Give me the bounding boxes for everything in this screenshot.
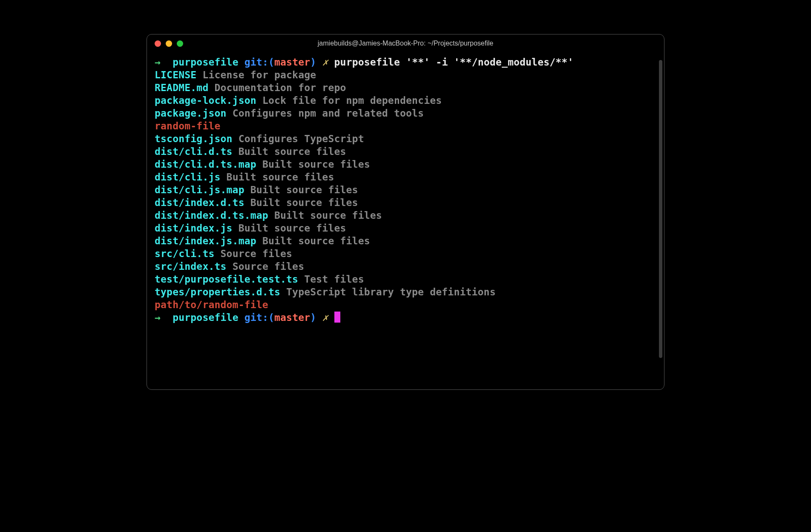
file-description: TypeScript library type definitions <box>286 286 496 297</box>
git-branch: master <box>274 57 310 68</box>
file-name: LICENSE <box>155 69 196 80</box>
file-name: tsconfig.json <box>155 133 233 144</box>
file-name: dist/index.js.map <box>155 235 256 246</box>
output-line: path/to/random-file <box>155 298 656 311</box>
output-line: src/cli.ts Source files <box>155 247 656 260</box>
file-description: Configures npm and related tools <box>233 108 424 119</box>
prompt-arrow: → <box>155 312 161 323</box>
git-branch: master <box>274 312 310 323</box>
file-description: Lock file for npm dependencies <box>262 95 442 106</box>
git-close: ) <box>310 312 316 323</box>
prompt-line-1: → purposefile git:(master) ✗ purposefile… <box>155 56 656 69</box>
maximize-icon[interactable] <box>177 40 183 47</box>
file-description: Built source files <box>262 235 370 246</box>
titlebar: jamiebuilds@Jamies-MacBook-Pro: ~/Projec… <box>147 34 664 52</box>
output-line: types/properties.d.ts TypeScript library… <box>155 286 656 298</box>
output-line: package-lock.json Lock file for npm depe… <box>155 94 656 107</box>
file-name: dist/index.d.ts.map <box>155 210 268 221</box>
prompt-cwd: purposefile <box>173 57 239 68</box>
file-description: Built source files <box>250 197 358 208</box>
git-dirty-icon: ✗ <box>322 312 328 323</box>
file-description: Configures TypeScript <box>239 133 364 144</box>
prompt-cwd: purposefile <box>173 312 239 323</box>
file-name: package-lock.json <box>155 95 256 106</box>
file-name: dist/cli.js <box>155 172 221 183</box>
file-name: types/properties.d.ts <box>155 286 280 297</box>
file-description: Built source files <box>239 146 346 157</box>
file-name: src/index.ts <box>155 261 227 272</box>
file-description: Built source files <box>262 159 370 170</box>
scrollbar[interactable] <box>659 60 662 358</box>
cursor-icon <box>334 312 340 323</box>
file-description: Test files <box>304 274 364 285</box>
file-name: README.md <box>155 82 208 93</box>
output-line: tsconfig.json Configures TypeScript <box>155 132 656 145</box>
file-description: Source files <box>221 248 293 259</box>
file-description: Built source files <box>274 210 382 221</box>
file-name: path/to/random-file <box>155 299 268 310</box>
traffic-lights <box>155 40 183 47</box>
prompt-arrow: → <box>155 57 161 68</box>
output-line: test/purposefile.test.ts Test files <box>155 273 656 286</box>
output-line: dist/index.js.map Built source files <box>155 235 656 247</box>
output-line: dist/cli.d.ts.map Built source files <box>155 158 656 171</box>
file-name: dist/index.js <box>155 223 233 234</box>
terminal-window: jamiebuilds@Jamies-MacBook-Pro: ~/Projec… <box>147 34 664 390</box>
file-name: dist/index.d.ts <box>155 197 244 208</box>
output-line: dist/index.js Built source files <box>155 222 656 235</box>
git-close: ) <box>310 57 316 68</box>
terminal-content[interactable]: → purposefile git:(master) ✗ purposefile… <box>147 52 664 327</box>
output-line: random-file <box>155 120 656 132</box>
command-text: purposefile '**' -i '**/node_modules/**' <box>334 57 574 68</box>
file-name: dist/cli.d.ts <box>155 146 233 157</box>
output-line: src/index.ts Source files <box>155 260 656 273</box>
file-description: Documentation for repo <box>215 82 346 93</box>
file-description: Built source files <box>250 184 358 195</box>
file-name: dist/cli.js.map <box>155 184 244 195</box>
file-name: random-file <box>155 120 221 132</box>
file-description: Built source files <box>227 172 334 183</box>
file-name: dist/cli.d.ts.map <box>155 159 256 170</box>
minimize-icon[interactable] <box>166 40 172 47</box>
window-title: jamiebuilds@Jamies-MacBook-Pro: ~/Projec… <box>147 40 664 47</box>
git-label: git:( <box>244 312 274 323</box>
output-line: README.md Documentation for repo <box>155 81 656 94</box>
output-line: package.json Configures npm and related … <box>155 107 656 120</box>
git-label: git:( <box>244 57 274 68</box>
output-line: dist/index.d.ts Built source files <box>155 196 656 209</box>
file-description: Source files <box>233 261 305 272</box>
close-icon[interactable] <box>155 40 161 47</box>
output-line: LICENSE License for package <box>155 69 656 81</box>
output-line: dist/index.d.ts.map Built source files <box>155 209 656 222</box>
output-line: dist/cli.js.map Built source files <box>155 183 656 196</box>
file-description: Built source files <box>239 223 346 234</box>
prompt-line-2: → purposefile git:(master) ✗ <box>155 311 656 324</box>
output-container: LICENSE License for packageREADME.md Doc… <box>155 69 656 311</box>
file-description: License for package <box>202 69 316 80</box>
git-dirty-icon: ✗ <box>322 57 328 68</box>
output-line: dist/cli.js Built source files <box>155 171 656 183</box>
file-name: package.json <box>155 108 227 119</box>
file-name: src/cli.ts <box>155 248 214 259</box>
file-name: test/purposefile.test.ts <box>155 274 298 285</box>
output-line: dist/cli.d.ts Built source files <box>155 145 656 158</box>
